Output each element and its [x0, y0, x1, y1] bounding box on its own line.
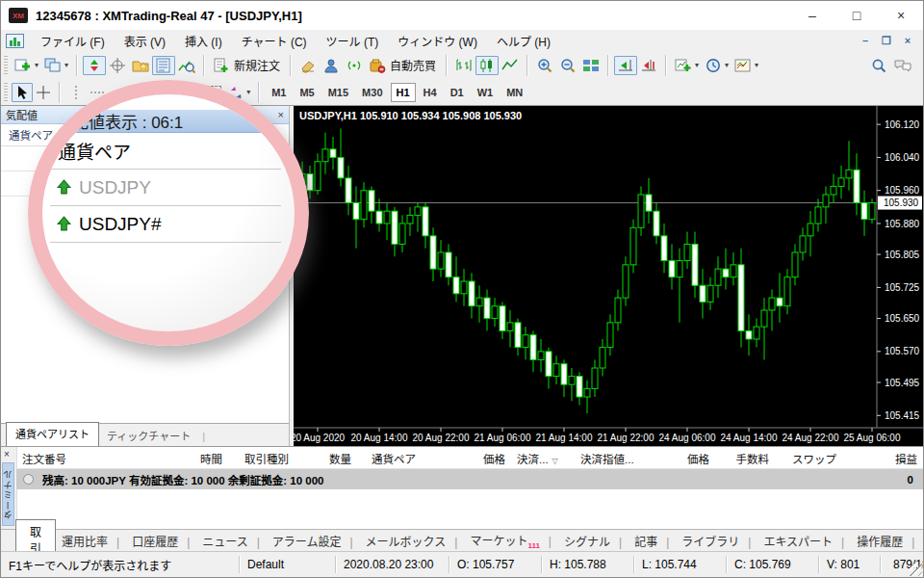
tab-tick-chart[interactable]: ティックチャート [99, 426, 213, 445]
chat-button[interactable] [890, 56, 915, 75]
signals-button[interactable] [343, 56, 366, 75]
balance-bullet-icon [23, 474, 34, 485]
menu-window[interactable]: ウィンドウ (W) [388, 30, 487, 52]
tab-alerts[interactable]: アラーム設定 [270, 531, 364, 551]
tab-experts[interactable]: エキスパート [761, 531, 855, 551]
up-arrow-icon [56, 179, 72, 196]
crosshair-button[interactable] [33, 83, 54, 102]
col-swap[interactable]: スワップ [775, 451, 842, 466]
col-order[interactable]: 注文番号 [16, 451, 161, 466]
menu-view[interactable]: 表示 (V) [115, 30, 175, 52]
mdi-restore-button[interactable]: ❐ [879, 34, 894, 47]
col-symbol[interactable]: 通貨ペア [357, 451, 430, 466]
chart-shift-button[interactable] [637, 56, 660, 75]
col-type[interactable]: 取引種別 [228, 451, 305, 466]
tab-news[interactable]: ニュース [200, 531, 270, 551]
navigator-button[interactable] [129, 56, 152, 75]
tab-articles[interactable]: 記事 [632, 531, 680, 551]
timeframe-m30-button[interactable]: M30 [356, 83, 388, 102]
menu-chart[interactable]: チャート (C) [232, 30, 317, 52]
cursor-icon [14, 85, 30, 100]
timeframe-m5-button[interactable]: M5 [294, 83, 320, 102]
balance-row[interactable]: 残高: 10 000JPY 有効証拠金: 10 000 余剰証拠金: 10 00… [16, 469, 923, 489]
toolbar-grip[interactable] [4, 83, 8, 102]
status-high: H: 105.788 [542, 556, 634, 573]
menu-insert[interactable]: 挿入 (I) [175, 30, 232, 52]
col-volume[interactable]: 数量 [305, 451, 357, 466]
menu-help[interactable]: ヘルプ (H) [487, 30, 560, 52]
tab-mailbox[interactable]: メールボックス [364, 531, 469, 551]
cursor-button[interactable] [12, 83, 33, 102]
new-chart-button[interactable] [12, 56, 41, 75]
tab-exposure[interactable]: 運用比率 [60, 531, 130, 551]
column-symbol[interactable]: 通貨ペア [1, 127, 53, 143]
svg-text:24 Aug 14:00: 24 Aug 14:00 [721, 433, 778, 443]
indicators-button[interactable] [672, 56, 702, 75]
toolbar-separator [76, 55, 78, 76]
timeframe-m1-button[interactable]: M1 [266, 83, 292, 102]
candlestick-chart-button[interactable] [475, 56, 499, 75]
data-window-button[interactable] [106, 56, 129, 75]
strategy-tester-button[interactable] [175, 56, 198, 75]
tile-windows-button[interactable] [579, 56, 603, 75]
menu-tools[interactable]: ツール (T) [317, 30, 389, 52]
timeframe-h1-button[interactable]: H1 [391, 83, 416, 102]
candlestick-chart[interactable]: 106.120106.040105.960105.880105.805105.7… [294, 106, 923, 446]
line-chart-button[interactable] [499, 56, 522, 75]
terminal-side-tab[interactable]: ターミナル [2, 462, 14, 526]
zoom-out-button[interactable] [556, 56, 579, 75]
tab-symbols[interactable]: 通貨ペアリスト [6, 422, 99, 446]
col-close-price[interactable]: 価格 [652, 451, 715, 466]
tab-library[interactable]: ライブラリ [680, 531, 761, 551]
market-watch-toggle[interactable] [83, 56, 106, 75]
toolbar-separator [59, 82, 61, 103]
col-profit[interactable]: 損益 [842, 451, 923, 466]
market-watch-close-icon[interactable]: × [278, 109, 284, 120]
profiles-button[interactable] [41, 56, 71, 75]
community-button[interactable] [320, 56, 343, 75]
close-button[interactable]: × [879, 1, 923, 30]
auto-scroll-button[interactable] [614, 56, 637, 75]
magnified-symbol-row[interactable]: USDJPY# [50, 206, 281, 243]
resize-grip[interactable] [910, 564, 922, 576]
bar-chart-button[interactable] [452, 56, 475, 75]
timeframe-m15-button[interactable]: M15 [322, 83, 354, 102]
tab-account-history[interactable]: 口座履歴 [130, 531, 200, 551]
autotrading-button[interactable]: 自動売買 [366, 55, 441, 75]
terminal-close-icon[interactable]: × [4, 449, 10, 460]
tab-journal[interactable]: 操作履歴 [855, 531, 924, 551]
search-button[interactable] [867, 56, 890, 75]
minimize-button[interactable]: – [790, 1, 834, 30]
vertical-line-button[interactable] [65, 83, 87, 102]
new-order-button[interactable]: 新規注文 [210, 55, 285, 75]
toolbar-grip[interactable] [4, 56, 8, 75]
tab-signals[interactable]: シグナル [562, 531, 632, 551]
mdi-minimize-button[interactable]: – [858, 34, 873, 47]
periods-button[interactable] [702, 56, 732, 75]
zoom-in-button[interactable] [533, 56, 556, 75]
col-price[interactable]: 価格 [430, 451, 511, 466]
mdi-close-button[interactable]: × [900, 34, 915, 47]
magnified-symbol-row[interactable]: USDJPY [50, 170, 281, 206]
strategy-tester-icon [178, 58, 195, 73]
svg-text:105.570: 105.570 [885, 346, 920, 356]
terminal-toggle[interactable] [152, 56, 175, 75]
templates-button[interactable] [732, 56, 761, 75]
menu-file[interactable]: ファイル (F) [31, 30, 115, 52]
tab-market[interactable]: マーケット111 [468, 530, 562, 552]
status-profile[interactable]: Default [240, 556, 336, 573]
toolbar-separator [203, 55, 205, 76]
col-sl[interactable]: 決済...▽ [511, 451, 575, 466]
col-commission[interactable]: 手数料 [715, 451, 775, 466]
timeframe-w1-button[interactable]: W1 [472, 83, 500, 102]
svg-text:21 Aug 06:00: 21 Aug 06:00 [475, 433, 531, 443]
timeframe-h4-button[interactable]: H4 [418, 83, 443, 102]
timeframe-mn-button[interactable]: MN [500, 83, 528, 102]
col-tp[interactable]: 決済指値... [575, 451, 652, 466]
timeframe-d1-button[interactable]: D1 [445, 83, 470, 102]
maximize-button[interactable]: □ [834, 1, 879, 30]
col-time[interactable]: 時間 [161, 451, 228, 466]
indicators-icon [675, 58, 692, 73]
metaeditor-button[interactable] [296, 56, 320, 75]
status-open: O: 105.757 [449, 556, 542, 573]
